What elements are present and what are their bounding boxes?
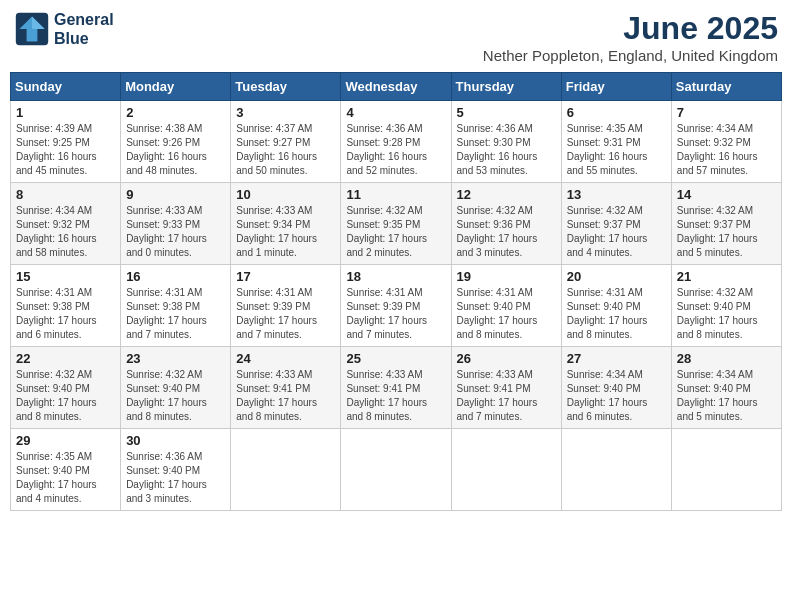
day-info: Sunrise: 4:34 AM Sunset: 9:32 PM Dayligh… — [16, 204, 115, 260]
calendar-cell: 28 Sunrise: 4:34 AM Sunset: 9:40 PM Dayl… — [671, 347, 781, 429]
col-header-friday: Friday — [561, 73, 671, 101]
calendar-cell: 2 Sunrise: 4:38 AM Sunset: 9:26 PM Dayli… — [121, 101, 231, 183]
day-info: Sunrise: 4:36 AM Sunset: 9:40 PM Dayligh… — [126, 450, 225, 506]
day-number: 6 — [567, 105, 666, 120]
day-number: 25 — [346, 351, 445, 366]
day-number: 5 — [457, 105, 556, 120]
day-number: 14 — [677, 187, 776, 202]
day-number: 18 — [346, 269, 445, 284]
day-number: 2 — [126, 105, 225, 120]
day-info: Sunrise: 4:31 AM Sunset: 9:39 PM Dayligh… — [346, 286, 445, 342]
calendar-cell: 10 Sunrise: 4:33 AM Sunset: 9:34 PM Dayl… — [231, 183, 341, 265]
col-header-tuesday: Tuesday — [231, 73, 341, 101]
day-number: 24 — [236, 351, 335, 366]
day-info: Sunrise: 4:33 AM Sunset: 9:41 PM Dayligh… — [346, 368, 445, 424]
day-number: 29 — [16, 433, 115, 448]
day-number: 30 — [126, 433, 225, 448]
col-header-monday: Monday — [121, 73, 231, 101]
day-info: Sunrise: 4:31 AM Sunset: 9:38 PM Dayligh… — [16, 286, 115, 342]
col-header-sunday: Sunday — [11, 73, 121, 101]
col-header-thursday: Thursday — [451, 73, 561, 101]
calendar-cell: 26 Sunrise: 4:33 AM Sunset: 9:41 PM Dayl… — [451, 347, 561, 429]
day-number: 10 — [236, 187, 335, 202]
calendar-header-row: SundayMondayTuesdayWednesdayThursdayFrid… — [11, 73, 782, 101]
day-info: Sunrise: 4:32 AM Sunset: 9:36 PM Dayligh… — [457, 204, 556, 260]
calendar-cell — [671, 429, 781, 511]
day-info: Sunrise: 4:33 AM Sunset: 9:41 PM Dayligh… — [236, 368, 335, 424]
calendar-cell: 14 Sunrise: 4:32 AM Sunset: 9:37 PM Dayl… — [671, 183, 781, 265]
calendar-cell: 18 Sunrise: 4:31 AM Sunset: 9:39 PM Dayl… — [341, 265, 451, 347]
calendar-cell: 1 Sunrise: 4:39 AM Sunset: 9:25 PM Dayli… — [11, 101, 121, 183]
calendar-week-5: 29 Sunrise: 4:35 AM Sunset: 9:40 PM Dayl… — [11, 429, 782, 511]
day-info: Sunrise: 4:31 AM Sunset: 9:40 PM Dayligh… — [567, 286, 666, 342]
logo-icon — [14, 11, 50, 47]
calendar-cell: 21 Sunrise: 4:32 AM Sunset: 9:40 PM Dayl… — [671, 265, 781, 347]
calendar-cell: 13 Sunrise: 4:32 AM Sunset: 9:37 PM Dayl… — [561, 183, 671, 265]
day-number: 7 — [677, 105, 776, 120]
calendar-cell: 23 Sunrise: 4:32 AM Sunset: 9:40 PM Dayl… — [121, 347, 231, 429]
day-info: Sunrise: 4:31 AM Sunset: 9:38 PM Dayligh… — [126, 286, 225, 342]
day-number: 8 — [16, 187, 115, 202]
col-header-wednesday: Wednesday — [341, 73, 451, 101]
day-info: Sunrise: 4:32 AM Sunset: 9:40 PM Dayligh… — [126, 368, 225, 424]
logo-line2: Blue — [54, 30, 89, 47]
logo: General Blue — [14, 10, 114, 48]
day-number: 20 — [567, 269, 666, 284]
day-number: 17 — [236, 269, 335, 284]
day-number: 22 — [16, 351, 115, 366]
calendar-cell: 17 Sunrise: 4:31 AM Sunset: 9:39 PM Dayl… — [231, 265, 341, 347]
logo-line1: General — [54, 11, 114, 28]
calendar-cell — [231, 429, 341, 511]
day-info: Sunrise: 4:33 AM Sunset: 9:34 PM Dayligh… — [236, 204, 335, 260]
calendar-week-4: 22 Sunrise: 4:32 AM Sunset: 9:40 PM Dayl… — [11, 347, 782, 429]
day-number: 4 — [346, 105, 445, 120]
calendar-cell: 24 Sunrise: 4:33 AM Sunset: 9:41 PM Dayl… — [231, 347, 341, 429]
calendar-cell — [451, 429, 561, 511]
calendar-week-3: 15 Sunrise: 4:31 AM Sunset: 9:38 PM Dayl… — [11, 265, 782, 347]
col-header-saturday: Saturday — [671, 73, 781, 101]
calendar-cell: 4 Sunrise: 4:36 AM Sunset: 9:28 PM Dayli… — [341, 101, 451, 183]
header: General Blue June 2025 Nether Poppleton,… — [10, 10, 782, 64]
calendar-cell: 12 Sunrise: 4:32 AM Sunset: 9:36 PM Dayl… — [451, 183, 561, 265]
day-info: Sunrise: 4:36 AM Sunset: 9:28 PM Dayligh… — [346, 122, 445, 178]
day-number: 15 — [16, 269, 115, 284]
day-number: 1 — [16, 105, 115, 120]
day-number: 3 — [236, 105, 335, 120]
calendar-cell: 6 Sunrise: 4:35 AM Sunset: 9:31 PM Dayli… — [561, 101, 671, 183]
location-title: Nether Poppleton, England, United Kingdo… — [483, 47, 778, 64]
day-info: Sunrise: 4:31 AM Sunset: 9:39 PM Dayligh… — [236, 286, 335, 342]
day-number: 12 — [457, 187, 556, 202]
day-number: 23 — [126, 351, 225, 366]
day-info: Sunrise: 4:38 AM Sunset: 9:26 PM Dayligh… — [126, 122, 225, 178]
calendar-cell — [561, 429, 671, 511]
calendar-cell: 20 Sunrise: 4:31 AM Sunset: 9:40 PM Dayl… — [561, 265, 671, 347]
day-info: Sunrise: 4:36 AM Sunset: 9:30 PM Dayligh… — [457, 122, 556, 178]
calendar-cell: 3 Sunrise: 4:37 AM Sunset: 9:27 PM Dayli… — [231, 101, 341, 183]
calendar-week-1: 1 Sunrise: 4:39 AM Sunset: 9:25 PM Dayli… — [11, 101, 782, 183]
day-number: 9 — [126, 187, 225, 202]
day-info: Sunrise: 4:34 AM Sunset: 9:40 PM Dayligh… — [677, 368, 776, 424]
day-info: Sunrise: 4:34 AM Sunset: 9:32 PM Dayligh… — [677, 122, 776, 178]
calendar-week-2: 8 Sunrise: 4:34 AM Sunset: 9:32 PM Dayli… — [11, 183, 782, 265]
day-number: 27 — [567, 351, 666, 366]
day-info: Sunrise: 4:39 AM Sunset: 9:25 PM Dayligh… — [16, 122, 115, 178]
calendar-cell: 7 Sunrise: 4:34 AM Sunset: 9:32 PM Dayli… — [671, 101, 781, 183]
calendar-cell: 30 Sunrise: 4:36 AM Sunset: 9:40 PM Dayl… — [121, 429, 231, 511]
day-number: 26 — [457, 351, 556, 366]
calendar-cell: 25 Sunrise: 4:33 AM Sunset: 9:41 PM Dayl… — [341, 347, 451, 429]
calendar-cell: 5 Sunrise: 4:36 AM Sunset: 9:30 PM Dayli… — [451, 101, 561, 183]
day-info: Sunrise: 4:33 AM Sunset: 9:33 PM Dayligh… — [126, 204, 225, 260]
day-info: Sunrise: 4:37 AM Sunset: 9:27 PM Dayligh… — [236, 122, 335, 178]
calendar-cell: 29 Sunrise: 4:35 AM Sunset: 9:40 PM Dayl… — [11, 429, 121, 511]
day-number: 16 — [126, 269, 225, 284]
calendar-cell: 19 Sunrise: 4:31 AM Sunset: 9:40 PM Dayl… — [451, 265, 561, 347]
day-info: Sunrise: 4:33 AM Sunset: 9:41 PM Dayligh… — [457, 368, 556, 424]
calendar-cell: 16 Sunrise: 4:31 AM Sunset: 9:38 PM Dayl… — [121, 265, 231, 347]
day-number: 19 — [457, 269, 556, 284]
day-number: 13 — [567, 187, 666, 202]
month-title: June 2025 — [483, 10, 778, 47]
day-info: Sunrise: 4:35 AM Sunset: 9:40 PM Dayligh… — [16, 450, 115, 506]
logo-text: General Blue — [54, 10, 114, 48]
day-info: Sunrise: 4:35 AM Sunset: 9:31 PM Dayligh… — [567, 122, 666, 178]
calendar-cell: 27 Sunrise: 4:34 AM Sunset: 9:40 PM Dayl… — [561, 347, 671, 429]
